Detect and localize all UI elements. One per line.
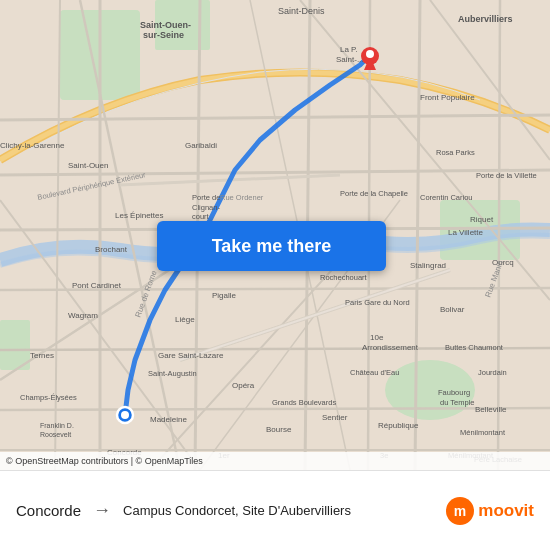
svg-text:Saint-Augustin: Saint-Augustin bbox=[148, 369, 197, 378]
svg-text:Rochechouart: Rochechouart bbox=[320, 273, 368, 282]
svg-text:Aubervilliers: Aubervilliers bbox=[458, 14, 513, 24]
route-arrow-icon: → bbox=[93, 500, 111, 521]
svg-text:10e: 10e bbox=[370, 333, 384, 342]
svg-text:Bourse: Bourse bbox=[266, 425, 292, 434]
svg-text:sur-Seine: sur-Seine bbox=[143, 30, 184, 40]
svg-text:Saint-...: Saint-... bbox=[336, 55, 364, 64]
svg-text:La Villette: La Villette bbox=[448, 228, 484, 237]
svg-text:Bolivar: Bolivar bbox=[440, 305, 465, 314]
svg-text:Belleville: Belleville bbox=[475, 405, 507, 414]
svg-text:Corentin Cariou: Corentin Cariou bbox=[420, 193, 473, 202]
destination-station: Campus Condorcet, Site D'Aubervilliers bbox=[123, 503, 351, 518]
svg-text:Rosa Parks: Rosa Parks bbox=[436, 148, 475, 157]
svg-text:Buttes Chaumont: Buttes Chaumont bbox=[445, 343, 504, 352]
svg-text:Ternes: Ternes bbox=[30, 351, 54, 360]
svg-text:Porte de la Chapelle: Porte de la Chapelle bbox=[340, 189, 408, 198]
map-container: Saint-Ouen- sur-Seine Saint-Denis Auberv… bbox=[0, 0, 550, 470]
attribution-text: © OpenStreetMap contributors | © OpenMap… bbox=[6, 456, 203, 466]
svg-text:du Temple: du Temple bbox=[440, 398, 474, 407]
svg-text:Porte de la Villette: Porte de la Villette bbox=[476, 171, 537, 180]
svg-text:Pont Cardinet: Pont Cardinet bbox=[72, 281, 122, 290]
svg-text:Opéra: Opéra bbox=[232, 381, 255, 390]
svg-text:Les Épinettes: Les Épinettes bbox=[115, 211, 163, 220]
svg-text:Ménilmontant: Ménilmontant bbox=[460, 428, 506, 437]
svg-text:Rue Ordener: Rue Ordener bbox=[220, 193, 264, 202]
svg-text:Faubourg: Faubourg bbox=[438, 388, 470, 397]
map-attribution: © OpenStreetMap contributors | © OpenMap… bbox=[0, 452, 550, 470]
svg-text:Wagram: Wagram bbox=[68, 311, 98, 320]
svg-text:Saint-Denis: Saint-Denis bbox=[278, 6, 325, 16]
svg-text:Liège: Liège bbox=[175, 315, 195, 324]
svg-text:Paris Gare du Nord: Paris Gare du Nord bbox=[345, 298, 410, 307]
svg-text:m: m bbox=[454, 503, 466, 519]
svg-text:Grands Boulevards: Grands Boulevards bbox=[272, 398, 336, 407]
svg-text:Riquet: Riquet bbox=[470, 215, 494, 224]
svg-text:Saint-Ouen-: Saint-Ouen- bbox=[140, 20, 191, 30]
svg-text:Garibaldi: Garibaldi bbox=[185, 141, 217, 150]
svg-text:Roosevelt: Roosevelt bbox=[40, 431, 71, 438]
svg-text:Saint-Ouen: Saint-Ouen bbox=[68, 161, 108, 170]
svg-text:Stalingrad: Stalingrad bbox=[410, 261, 446, 270]
svg-text:Jourdain: Jourdain bbox=[478, 368, 507, 377]
svg-text:Madeleine: Madeleine bbox=[150, 415, 187, 424]
svg-text:Château d'Eau: Château d'Eau bbox=[350, 368, 399, 377]
moovit-icon: m bbox=[446, 497, 474, 525]
svg-text:Champs-Élysées: Champs-Élysées bbox=[20, 393, 77, 402]
svg-text:Front Populaire: Front Populaire bbox=[420, 93, 475, 102]
svg-point-83 bbox=[366, 50, 374, 58]
svg-text:Franklin D.: Franklin D. bbox=[40, 422, 74, 429]
svg-text:Arrondissement: Arrondissement bbox=[362, 343, 419, 352]
svg-point-81 bbox=[121, 411, 129, 419]
svg-text:La P.: La P. bbox=[340, 45, 358, 54]
svg-text:Sentier: Sentier bbox=[322, 413, 348, 422]
route-info-bar: Concorde → Campus Condorcet, Site D'Aube… bbox=[0, 470, 550, 550]
moovit-logo: m moovit bbox=[446, 497, 534, 525]
svg-text:Clichy-la-Garenne: Clichy-la-Garenne bbox=[0, 141, 65, 150]
svg-text:Brochant: Brochant bbox=[95, 245, 128, 254]
moovit-text: moovit bbox=[478, 501, 534, 521]
svg-text:Pigalle: Pigalle bbox=[212, 291, 237, 300]
origin-station: Concorde bbox=[16, 502, 81, 519]
svg-text:République: République bbox=[378, 421, 419, 430]
take-me-there-button[interactable]: Take me there bbox=[157, 221, 386, 271]
svg-text:Gare Saint-Lazare: Gare Saint-Lazare bbox=[158, 351, 224, 360]
